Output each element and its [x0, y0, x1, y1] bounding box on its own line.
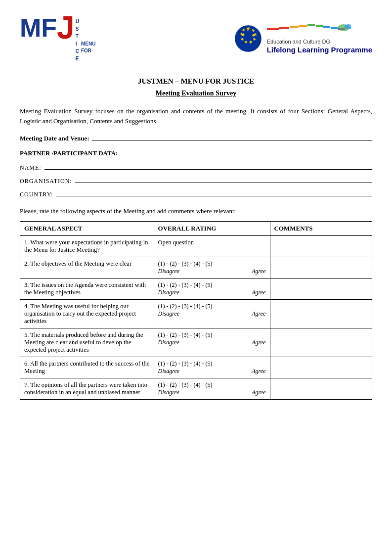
rating-cell[interactable]: (1) - (2) - (3) - (4) - (5)DisagreeAgree: [154, 257, 270, 278]
svg-rect-13: [267, 28, 279, 30]
justice-letters: U S T I C E: [76, 18, 79, 62]
country-input-line[interactable]: [56, 196, 372, 196]
letter-m-icon: M: [20, 15, 41, 41]
meeting-date-row: Meeting Date and Venue:: [20, 135, 372, 142]
svg-rect-20: [331, 27, 338, 29]
partner-section: PARTNER /PARTICIPANT DATA: NAME: ORGANIS…: [20, 149, 372, 198]
comments-cell[interactable]: [270, 378, 372, 400]
aspect-cell: 4. The Meeting was useful for helping ou…: [20, 300, 154, 328]
aspect-cell: 3. The issues on the Agenda were consist…: [20, 278, 154, 300]
table-row: 6. All the partners contributed to the s…: [20, 357, 372, 378]
rating-cell[interactable]: (1) - (2) - (3) - (4) - (5)DisagreeAgree: [154, 278, 270, 300]
country-row: COUNTRY:: [20, 191, 372, 198]
rate-instruction: Please, rate the following aspects of th…: [20, 207, 372, 215]
survey-description: Meeting Evaluation Survey focuses on the…: [20, 106, 372, 126]
svg-rect-15: [290, 26, 299, 28]
aspect-cell: 1. What were your expectations in partic…: [20, 236, 154, 257]
comments-cell[interactable]: [270, 300, 372, 328]
meeting-date-line[interactable]: [92, 140, 372, 140]
rating-cell[interactable]: (1) - (2) - (3) - (4) - (5)DisagreeAgree: [154, 357, 270, 378]
svg-rect-16: [299, 25, 307, 27]
right-logo-text: Education and Culture DG Lifelong Learni…: [267, 24, 372, 54]
logo-left: M F J U S T I C E MENU FOR: [20, 15, 95, 62]
col-header-comments: COMMENTS: [270, 222, 372, 236]
aspect-cell: 2. The objectives of the Meeting were cl…: [20, 257, 154, 278]
table-row: 7. The opinions of all the partners were…: [20, 378, 372, 400]
col-header-rating: OVERALL RATING: [154, 222, 270, 236]
name-label: NAME:: [20, 164, 42, 172]
col-header-aspect: GENERAL ASPECT: [20, 222, 154, 236]
comments-cell[interactable]: [270, 357, 372, 378]
logo-right: Education and Culture DG Lifelong Learni…: [233, 24, 372, 54]
name-input-line[interactable]: [44, 169, 372, 170]
meeting-date-label: Meeting Date and Venue:: [20, 135, 89, 142]
org-input-line[interactable]: [75, 183, 372, 183]
table-row: 5. The materials produced before and dur…: [20, 328, 372, 357]
table-row: 4. The Meeting was useful for helping ou…: [20, 300, 372, 328]
aspect-cell: 7. The opinions of all the partners were…: [20, 378, 154, 400]
menu-for-label: MENU FOR: [81, 41, 95, 54]
table-row: 3. The issues on the Agenda were consist…: [20, 278, 372, 300]
letter-f-icon: F: [41, 15, 57, 41]
aspect-cell: 5. The materials produced before and dur…: [20, 328, 154, 357]
comments-cell[interactable]: [270, 328, 372, 357]
name-row: NAME:: [20, 164, 372, 172]
aspect-cell: 6. All the partners contributed to the s…: [20, 357, 154, 378]
rating-cell[interactable]: Open question: [154, 236, 270, 257]
edu-culture-text: Education and Culture DG: [267, 39, 330, 45]
comments-cell[interactable]: [270, 236, 372, 257]
rating-cell[interactable]: (1) - (2) - (3) - (4) - (5)DisagreeAgree: [154, 300, 270, 328]
partner-header: PARTNER /PARTICIPANT DATA:: [20, 149, 372, 157]
evaluation-table: GENERAL ASPECT OVERALL RATING COMMENTS 1…: [20, 221, 372, 400]
rating-cell[interactable]: (1) - (2) - (3) - (4) - (5)DisagreeAgree: [154, 328, 270, 357]
org-label: ORGANISATION:: [20, 178, 72, 185]
svg-rect-17: [307, 24, 315, 26]
main-title: JUSTMEN – MENU FOR JUSTICE: [20, 77, 372, 86]
bird-stripe-icon: [267, 24, 351, 38]
page-header: M F J U S T I C E MENU FOR: [20, 15, 372, 62]
svg-rect-14: [279, 27, 289, 29]
table-row: 1. What were your expectations in partic…: [20, 236, 372, 257]
sub-title: Meeting Evaluation Survey: [20, 90, 372, 97]
comments-cell[interactable]: [270, 257, 372, 278]
title-section: JUSTMEN – MENU FOR JUSTICE Meeting Evalu…: [20, 77, 372, 97]
eu-flag-icon: [233, 24, 263, 53]
lifelong-text: Lifelong Learning Programme: [267, 46, 372, 54]
letter-j-icon: J: [57, 12, 75, 44]
rating-cell[interactable]: (1) - (2) - (3) - (4) - (5)DisagreeAgree: [154, 378, 270, 400]
svg-rect-18: [316, 25, 323, 27]
svg-rect-19: [323, 26, 330, 28]
org-row: ORGANISATION:: [20, 178, 372, 185]
country-label: COUNTRY:: [20, 191, 53, 198]
table-row: 2. The objectives of the Meeting were cl…: [20, 257, 372, 278]
comments-cell[interactable]: [270, 278, 372, 300]
